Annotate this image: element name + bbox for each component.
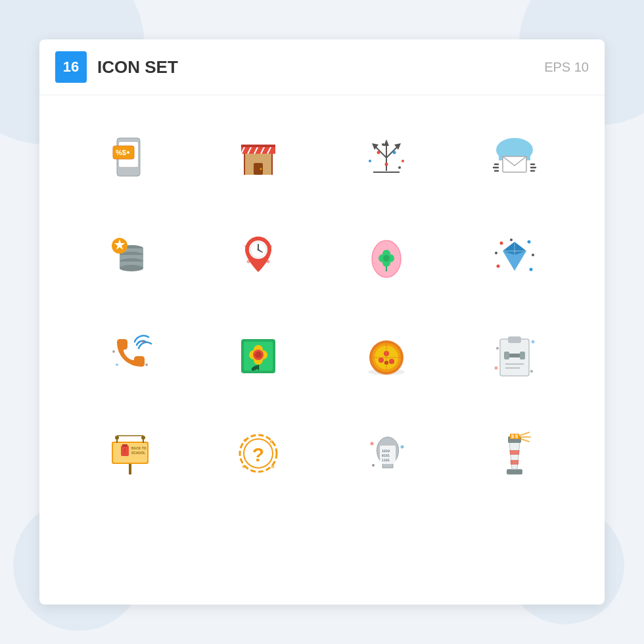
header: 16 ICON SET EPS 10 (39, 39, 605, 95)
location-clock-icon (229, 227, 288, 286)
icon-cell-flower-card (194, 306, 322, 404)
icon-cell-phone-signal (66, 306, 194, 404)
svg-point-133 (271, 465, 274, 469)
svg-point-66 (383, 255, 390, 262)
icon-grid: %$ (39, 95, 605, 516)
phone-signal-icon (101, 325, 160, 384)
svg-point-131 (269, 440, 273, 444)
svg-point-55 (257, 249, 259, 251)
main-card: 16 ICON SET EPS 10 %$ (39, 39, 605, 605)
svg-rect-144 (511, 434, 514, 438)
svg-point-58 (246, 260, 250, 264)
header-eps: EPS 10 (544, 60, 589, 75)
svg-rect-145 (515, 434, 518, 438)
svg-point-98 (379, 357, 384, 363)
header-title: ICON SET (97, 57, 544, 78)
svg-point-112 (496, 347, 499, 350)
badge-number: 16 (55, 51, 87, 83)
svg-point-4 (127, 151, 129, 154)
svg-point-138 (370, 442, 373, 446)
diamond-icon (485, 227, 544, 286)
icon-cell-lighthouse (450, 404, 578, 503)
svg-rect-106 (504, 352, 509, 359)
svg-point-70 (496, 265, 499, 268)
question-icon: ? (229, 424, 288, 483)
svg-point-140 (372, 464, 375, 467)
icon-cell-store (194, 108, 322, 207)
svg-point-99 (389, 359, 394, 364)
svg-point-74 (495, 252, 497, 254)
svg-rect-105 (509, 354, 520, 357)
fitness-clipboard-icon (485, 325, 544, 384)
icon-cell-database-star (66, 207, 194, 306)
svg-point-28 (402, 160, 404, 162)
icon-cell-network-arrows (322, 108, 450, 207)
svg-rect-104 (508, 336, 521, 343)
svg-point-90 (255, 352, 262, 358)
svg-point-73 (532, 254, 534, 256)
svg-text:BACK TO: BACK TO (131, 446, 147, 450)
mobile-discount-icon: %$ (101, 128, 160, 187)
flower-card-icon (229, 325, 288, 384)
icon-cell-question: ? (194, 404, 322, 503)
easter-egg-icon (357, 227, 416, 286)
svg-point-24 (377, 151, 380, 154)
svg-point-130 (243, 439, 246, 442)
svg-point-15 (260, 168, 262, 170)
icon-cell-mobile-discount: %$ (66, 108, 194, 207)
svg-point-72 (510, 239, 513, 241)
svg-marker-18 (384, 139, 389, 146)
back-to-school-icon: BACK TO SCHOOL (101, 424, 160, 483)
ai-brain-icon: 1010 0101 1101 (357, 424, 416, 483)
svg-text:SCHOOL: SCHOOL (131, 451, 145, 455)
svg-point-71 (529, 268, 532, 271)
svg-point-81 (112, 350, 115, 353)
svg-point-59 (266, 260, 269, 264)
svg-rect-107 (520, 352, 525, 359)
svg-text:1010: 1010 (382, 449, 390, 453)
svg-point-68 (499, 242, 503, 245)
svg-rect-141 (507, 469, 522, 474)
network-arrows-icon (357, 128, 416, 187)
svg-text:0101: 0101 (382, 453, 390, 457)
icon-cell-pizza (322, 306, 450, 404)
svg-line-146 (519, 432, 529, 436)
icon-cell-easter-egg (322, 207, 450, 306)
svg-rect-123 (122, 444, 127, 447)
svg-line-21 (386, 146, 398, 158)
svg-text:?: ? (252, 444, 264, 465)
svg-point-26 (384, 163, 388, 166)
cloud-email-icon (485, 128, 544, 187)
svg-point-48 (120, 265, 143, 271)
svg-rect-16 (241, 145, 275, 147)
svg-point-132 (242, 465, 245, 469)
svg-point-25 (392, 151, 396, 154)
svg-point-82 (145, 363, 148, 366)
svg-point-69 (527, 241, 530, 244)
svg-text:1101: 1101 (382, 458, 390, 462)
store-icon (229, 128, 288, 187)
svg-line-19 (375, 146, 386, 158)
svg-point-113 (530, 370, 533, 373)
svg-point-139 (400, 446, 403, 449)
svg-point-79 (116, 363, 118, 366)
pizza-icon (357, 325, 416, 384)
svg-point-120 (141, 436, 145, 440)
svg-point-29 (382, 143, 384, 146)
svg-point-57 (268, 245, 271, 248)
svg-point-56 (244, 245, 248, 248)
icon-cell-back-to-school: BACK TO SCHOOL (66, 404, 194, 503)
svg-point-119 (115, 436, 119, 440)
svg-point-110 (531, 340, 534, 344)
svg-point-80 (142, 340, 145, 343)
database-star-icon (101, 227, 160, 286)
svg-text:%$: %$ (116, 149, 126, 156)
icon-cell-cloud-email (450, 108, 578, 207)
icon-cell-diamond (450, 207, 578, 306)
icon-cell-ai-brain: 1010 0101 1101 (322, 404, 450, 503)
svg-point-111 (494, 367, 497, 370)
icon-cell-fitness-clipboard (450, 306, 578, 404)
svg-point-27 (369, 160, 371, 162)
icon-cell-location-clock (194, 207, 322, 306)
lighthouse-icon (485, 424, 544, 483)
